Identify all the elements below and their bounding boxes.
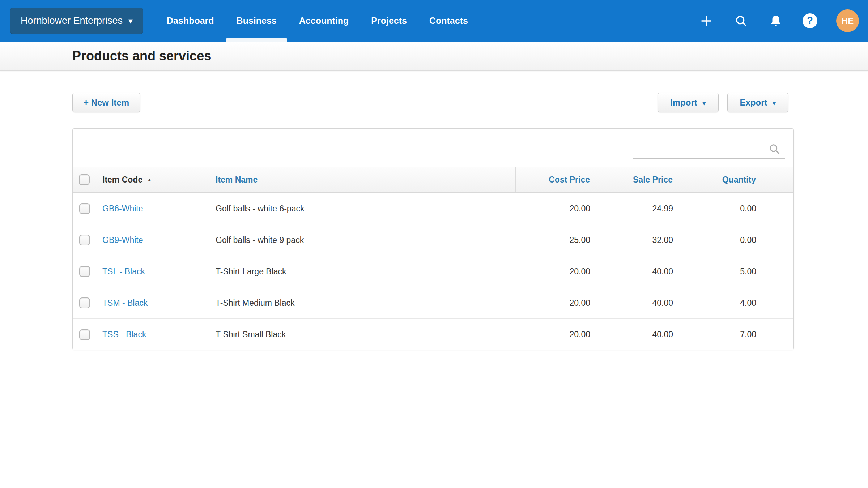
table-row[interactable]: TSS - Black T-Shirt Small Black 20.00 40… xyxy=(73,319,793,350)
sale-price-value: 32.00 xyxy=(652,235,673,245)
app-window: Hornblower Enterprises Dashboard Busines… xyxy=(0,0,868,488)
new-item-button[interactable]: + New Item xyxy=(72,93,140,112)
cost-price-value: 20.00 xyxy=(569,267,590,277)
item-code-link[interactable]: GB9-White xyxy=(102,235,143,245)
nav-item-projects[interactable]: Projects xyxy=(360,0,418,42)
export-button[interactable]: Export xyxy=(727,93,788,112)
nav-item-accounting[interactable]: Accounting xyxy=(288,0,360,42)
item-code-link[interactable]: TSM - Black xyxy=(102,298,148,308)
sale-price-value: 40.00 xyxy=(652,267,673,277)
main-navigation: Dashboard Business Accounting Projects C… xyxy=(156,0,479,42)
table-row[interactable]: TSM - Black T-Shirt Medium Black 20.00 4… xyxy=(73,287,793,319)
item-code-link[interactable]: GB6-White xyxy=(102,204,143,214)
help-icon[interactable]: ? xyxy=(803,13,817,28)
chevron-down-icon xyxy=(702,98,706,108)
select-all-checkbox[interactable] xyxy=(79,174,90,185)
item-name: T-Shirt Large Black xyxy=(216,267,286,277)
table-row[interactable]: GB6-White Golf balls - white 6-pack 20.0… xyxy=(73,193,793,224)
cost-price-value: 25.00 xyxy=(569,235,590,245)
column-header-quantity[interactable]: Quantity xyxy=(684,167,767,192)
notifications-bell-icon[interactable] xyxy=(768,13,784,29)
cost-price-value: 20.00 xyxy=(569,330,590,339)
table-header-row: Item Code Item Name Cost Price Sale Pric… xyxy=(73,167,793,193)
table-body: GB6-White Golf balls - white 6-pack 20.0… xyxy=(73,193,793,350)
column-header-item-code[interactable]: Item Code xyxy=(96,167,209,192)
import-button[interactable]: Import xyxy=(658,93,719,112)
topbar-actions: ? HE xyxy=(698,0,859,42)
chevron-down-icon xyxy=(772,98,776,108)
item-name: T-Shirt Small Black xyxy=(216,330,286,339)
sort-ascending-icon xyxy=(147,176,152,183)
cost-price-value: 20.00 xyxy=(569,298,590,308)
page-title: Products and services xyxy=(72,48,211,64)
sale-price-value: 24.99 xyxy=(652,204,673,214)
table-search-input[interactable] xyxy=(633,139,785,159)
row-checkbox[interactable] xyxy=(79,329,90,340)
table-row[interactable]: GB9-White Golf balls - white 9 pack 25.0… xyxy=(73,224,793,256)
row-checkbox[interactable] xyxy=(79,266,90,277)
import-export-toolbar: Import Export xyxy=(658,93,788,112)
nav-item-business[interactable]: Business xyxy=(225,0,288,42)
plus-icon[interactable] xyxy=(698,13,714,29)
item-code-link[interactable]: TSS - Black xyxy=(102,330,146,339)
row-checkbox[interactable] xyxy=(79,235,90,245)
column-header-item-name[interactable]: Item Name xyxy=(209,167,516,192)
item-code-link[interactable]: TSL - Black xyxy=(102,267,145,277)
table-row[interactable]: TSL - Black T-Shirt Large Black 20.00 40… xyxy=(73,256,793,287)
chevron-down-icon xyxy=(128,15,133,26)
column-header-sale-price[interactable]: Sale Price xyxy=(601,167,684,192)
quantity-value: 0.00 xyxy=(740,204,756,214)
organisation-name: Hornblower Enterprises xyxy=(21,15,123,26)
row-checkbox[interactable] xyxy=(79,203,90,214)
page-header: Products and services xyxy=(0,42,868,71)
top-navigation-bar: Hornblower Enterprises Dashboard Busines… xyxy=(0,0,868,42)
sale-price-value: 40.00 xyxy=(652,298,673,308)
item-name: Golf balls - white 6-pack xyxy=(216,204,304,214)
search-icon[interactable] xyxy=(733,13,749,29)
table-search xyxy=(633,139,785,159)
item-name: Golf balls - white 9 pack xyxy=(216,235,304,245)
items-table-card: Item Code Item Name Cost Price Sale Pric… xyxy=(72,128,794,350)
cost-price-value: 20.00 xyxy=(569,204,590,214)
row-checkbox[interactable] xyxy=(79,297,90,308)
quantity-value: 5.00 xyxy=(740,267,756,277)
column-header-cost-price[interactable]: Cost Price xyxy=(516,167,601,192)
quantity-value: 7.00 xyxy=(740,330,756,339)
avatar-initials: HE xyxy=(842,16,854,26)
quantity-value: 4.00 xyxy=(740,298,756,308)
nav-item-dashboard[interactable]: Dashboard xyxy=(156,0,225,42)
quantity-value: 0.00 xyxy=(740,235,756,245)
organisation-menu-button[interactable]: Hornblower Enterprises xyxy=(10,8,143,34)
avatar[interactable]: HE xyxy=(836,9,859,32)
column-header-spacer xyxy=(767,167,793,192)
item-name: T-Shirt Medium Black xyxy=(216,298,295,308)
sale-price-value: 40.00 xyxy=(652,330,673,339)
nav-item-contacts[interactable]: Contacts xyxy=(418,0,479,42)
